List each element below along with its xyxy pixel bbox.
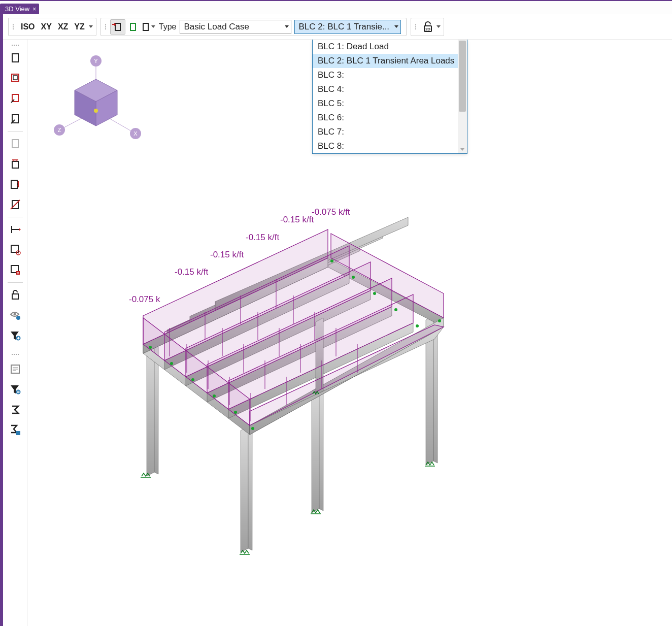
svg-point-114 (352, 276, 355, 279)
load-case-option[interactable]: BLC 6: (313, 111, 467, 125)
svg-rect-4 (143, 23, 148, 30)
load-case-combo[interactable]: BLC 2: BLC 1 Transie... (294, 20, 401, 34)
load-display-group: Type Basic Load Case BLC 2: BLC 1 Transi… (100, 18, 407, 36)
axis-y-label: Y (94, 58, 98, 64)
svg-point-43 (16, 390, 20, 394)
lock-2d-icon-button[interactable]: 2D (420, 19, 435, 35)
view-yz-button[interactable]: YZ (71, 21, 87, 32)
settings-frame-icon-button[interactable] (6, 241, 24, 259)
svg-rect-12 (12, 140, 18, 148)
visibility-icon-button[interactable] (6, 306, 24, 324)
svg-point-56 (94, 109, 98, 113)
svg-point-113 (170, 362, 173, 365)
load-case-option[interactable]: BLC 8: (313, 139, 467, 153)
svg-marker-25 (19, 228, 21, 231)
load-value-label: -0.15 k/ft (246, 233, 279, 243)
notes-icon-button[interactable] (6, 360, 24, 378)
svg-point-121 (251, 427, 254, 430)
chevron-down-icon (436, 25, 441, 28)
scrollbar[interactable] (458, 40, 467, 153)
load-case-option[interactable]: BLC 5: (313, 96, 467, 111)
orientation-cube[interactable]: Y X Z (45, 50, 147, 151)
load-type-combo-value: Basic Load Case (184, 22, 250, 32)
svg-rect-7 (12, 74, 19, 81)
view-iso-button[interactable]: ISO (18, 21, 38, 32)
svg-rect-8 (13, 76, 17, 80)
grip-icon[interactable] (3, 352, 27, 357)
load-value-label: -0.075 k (129, 294, 160, 305)
load-type-combo[interactable]: Basic Load Case (180, 20, 291, 34)
delete-frame-icon-button[interactable] (6, 261, 24, 279)
svg-marker-57 (147, 345, 154, 476)
sum-blue-icon-button[interactable] (6, 421, 24, 439)
view-xz-button[interactable]: XZ (55, 21, 71, 32)
frame-red-icon-button[interactable] (6, 69, 24, 87)
lock-group: 2D (411, 18, 444, 36)
load-case-option[interactable]: BLC 4: (313, 82, 467, 96)
svg-point-33 (13, 313, 16, 316)
filter-equals-icon-button[interactable] (6, 380, 24, 399)
tab-3d-view[interactable]: 3D View × (0, 4, 39, 14)
svg-marker-60 (248, 426, 252, 550)
view-orientation-group: ISO XY XZ YZ (8, 18, 96, 36)
dimension-icon-button[interactable] (6, 220, 24, 239)
frame-arrow-icon-button[interactable] (6, 89, 24, 108)
structural-model (88, 192, 545, 588)
scroll-down-icon[interactable] (458, 145, 467, 153)
grip-icon[interactable] (3, 43, 27, 48)
unlock-icon-button[interactable] (6, 286, 24, 304)
load-case-dropdown[interactable]: BLC 1: Dead LoadBLC 2: BLC 1 Transient A… (312, 40, 467, 154)
svg-point-115 (191, 378, 194, 381)
tab-title: 3D View (5, 5, 29, 13)
svg-rect-17 (11, 180, 17, 188)
load-frame-side-icon-button[interactable] (6, 175, 24, 193)
lock-more-dropdown[interactable] (435, 25, 442, 28)
view-more-dropdown[interactable] (88, 25, 94, 28)
svg-point-28 (17, 252, 18, 253)
frame-icon-button[interactable] (6, 49, 24, 67)
load-value-label: -0.15 k/ft (280, 215, 314, 225)
grip-icon[interactable] (413, 24, 418, 29)
svg-marker-62 (319, 387, 323, 511)
svg-point-117 (213, 394, 216, 398)
chevron-down-icon (394, 25, 398, 28)
load-style-icon-button[interactable] (141, 19, 156, 35)
chevron-down-icon (89, 25, 93, 28)
left-toolbar (3, 40, 27, 626)
svg-marker-61 (312, 387, 319, 513)
grip-icon[interactable] (11, 24, 16, 29)
frame-diag-icon-button[interactable] (6, 110, 24, 128)
svg-point-120 (416, 324, 419, 327)
scroll-thumb[interactable] (459, 41, 466, 112)
applied-loads-icon-button[interactable] (110, 19, 125, 35)
model-canvas[interactable]: Y X Z (27, 40, 672, 626)
sum-icon-button[interactable] (6, 401, 24, 419)
svg-point-118 (394, 308, 397, 311)
close-icon[interactable]: × (32, 6, 36, 13)
svg-point-111 (149, 346, 152, 349)
top-toolbar: ISO XY XZ YZ (3, 14, 672, 40)
frame-slash-icon-button[interactable] (6, 195, 24, 214)
load-value-label: -0.15 k/ft (210, 250, 244, 260)
load-frame-icon-button[interactable] (6, 155, 24, 173)
member-loads-icon-button[interactable] (125, 19, 141, 35)
chevron-down-icon (151, 25, 155, 28)
svg-point-119 (234, 411, 237, 414)
svg-point-112 (330, 259, 333, 262)
view-xy-button[interactable]: XY (38, 21, 55, 32)
load-case-option[interactable]: BLC 1: Dead Load (313, 40, 467, 54)
svg-point-34 (16, 316, 20, 320)
svg-point-122 (438, 319, 441, 322)
type-label: Type (156, 22, 180, 31)
svg-rect-46 (16, 431, 20, 435)
grip-icon[interactable] (103, 24, 108, 29)
chevron-down-icon (285, 25, 289, 28)
load-case-option[interactable]: BLC 3: (313, 68, 467, 82)
load-case-option[interactable]: BLC 7: (313, 125, 467, 139)
load-value-label: -0.15 k/ft (175, 267, 208, 277)
svg-rect-32 (12, 294, 18, 299)
grey-frame-icon-button[interactable] (6, 135, 24, 153)
svg-rect-13 (12, 161, 18, 168)
filter-apply-icon-button[interactable] (6, 326, 24, 345)
load-case-option[interactable]: BLC 2: BLC 1 Transient Area Loads (313, 54, 467, 68)
